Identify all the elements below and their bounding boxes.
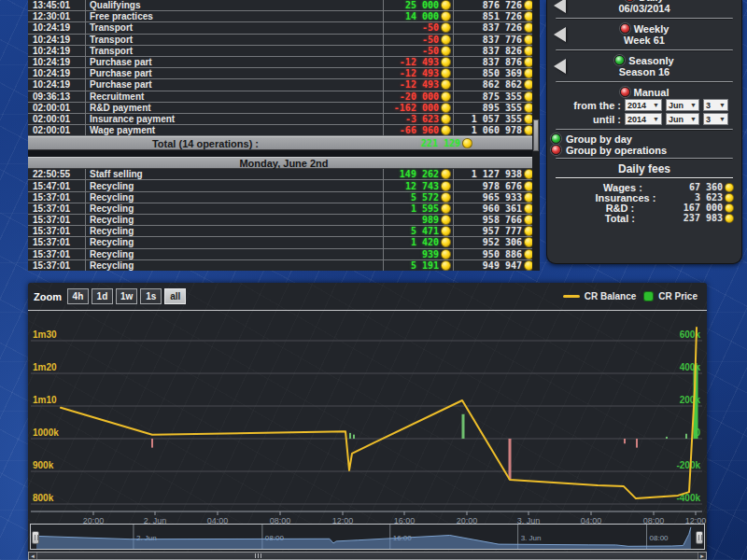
transaction-amount: 5 191 [383,260,453,271]
balance-value: 957 777 [483,226,522,236]
transactions-scrollbar-thumb[interactable] [533,119,539,151]
transaction-time: 13:45:01 [28,0,86,10]
seasonly-radio-row[interactable]: Seasonly [547,54,741,66]
x-axis-label: 12:00 [332,516,354,524]
group-by-operations-radio[interactable] [551,145,561,155]
transaction-label: Free practices [86,11,383,21]
navigator-left-handle[interactable] [32,531,39,544]
navigator-axis-label: 08:00 [650,534,669,542]
scrollbar-thumb[interactable] [37,553,698,559]
transaction-amount: 14 000 [383,11,453,21]
date-select[interactable]: 2014▼ [625,99,662,111]
coin-icon [441,22,451,33]
legend-item-cr-price[interactable]: CR Price [643,291,698,301]
divider [556,81,733,83]
transaction-label: Recycling [86,260,383,271]
scrollbar-right-arrow-icon[interactable]: ► [698,553,706,559]
left-axis-label: 1m10 [33,395,57,405]
navigator-axis-label: 3. Jun [521,534,542,542]
balance-value: 837 876 [483,57,522,67]
scrollbar-track[interactable] [37,553,698,559]
legend-label: CR Balance [585,291,637,301]
table-row: 15:37:01Recycling1 420952 306 [28,237,540,248]
navigator-right-handle[interactable] [696,531,703,544]
date-select[interactable]: Jun▼ [666,99,699,111]
daily-fees-section: Daily fees Wages :67 360Insurances :3 62… [547,162,741,223]
fee-value: 167 000 [684,203,723,213]
transaction-balance: 960 361 [453,203,540,214]
x-axis-label: 16:00 [394,516,416,524]
coin-icon [441,91,451,102]
group-by-operations-label: Group by operations [566,145,667,156]
date-select[interactable]: 3▼ [703,99,728,111]
coin-icon [441,114,451,124]
transaction-time: 15:37:01 [28,226,86,236]
zoom-button-4h[interactable]: 4h [67,288,89,304]
coin-icon [462,138,472,148]
weekly-prev-arrow[interactable] [554,27,566,42]
transaction-time: 10:24:19 [28,22,86,33]
divider [556,129,733,131]
table-row: 22:50:55Staff selling149 2621 127 938 [28,169,540,180]
coin-icon [441,0,451,10]
chart-scrollbar[interactable]: ◄ ► [28,552,707,560]
table-row: 13:45:01Qualifyings25 000876 726 [28,0,540,11]
seasonly-prev-arrow[interactable] [554,59,566,74]
coin-icon [441,192,451,203]
zoom-button-1w[interactable]: 1w [116,288,137,304]
daily-prev-arrow[interactable] [554,0,566,13]
zoom-button-1s[interactable]: 1s [140,288,162,304]
transaction-amount: -20 000 [383,91,453,102]
chevron-down-icon: ▼ [653,102,659,108]
zoom-button-all[interactable]: all [164,288,186,304]
daily-radio[interactable] [625,0,635,2]
transactions-scrollbar[interactable] [532,0,540,271]
group-by-day-radio[interactable] [551,133,561,144]
balance-value: 950 886 [483,249,522,259]
balance-value: 850 369 [483,68,522,78]
table-row: 15:37:01Recycling5 471957 777 [28,226,540,237]
left-axis-label: 800k [33,493,54,503]
transaction-balance: 958 766 [453,215,540,225]
left-axis-label: 1m30 [33,329,57,340]
group-by-operations-row[interactable]: Group by operations [547,145,741,155]
amount-value: 5 191 [411,260,439,271]
date-select[interactable]: 3▼ [703,113,728,125]
weekly-label: Weekly [634,23,669,35]
scrollbar-grip-icon [255,553,261,558]
cr-price-bar [509,439,512,480]
cr-price-bar [353,435,355,439]
chart-legend: CR BalanceCR Price [563,291,698,301]
coin-icon [441,249,451,259]
weekly-radio-row[interactable]: Weekly [547,22,741,35]
divider [556,177,733,179]
date-select[interactable]: Jun▼ [666,113,699,125]
zoom-button-1d[interactable]: 1d [92,288,113,304]
coin-icon [441,215,451,225]
manual-radio[interactable] [620,87,630,97]
group-by-day-row[interactable]: Group by day [547,133,741,144]
x-axis-label: 3. Jun [517,516,541,524]
seasonly-radio[interactable] [614,55,625,65]
transaction-amount: 12 743 [383,180,453,190]
transaction-label: Recycling [86,192,383,203]
scrollbar-left-arrow-icon[interactable]: ◄ [29,553,37,559]
legend-item-cr-balance[interactable]: CR Balance [563,291,637,301]
manual-label: Manual [634,87,669,98]
x-axis-label: 08:00 [643,516,665,524]
balance-value: 1 060 978 [472,125,522,135]
date-select[interactable]: 2014▼ [625,113,662,125]
manual-radio-row[interactable]: Manual [547,86,741,98]
table-row: 02:00:01R&D payment-162 000895 355 [28,103,540,114]
transaction-balance: 1 127 938 [453,169,540,179]
x-axis-label: 04:00 [207,516,229,524]
chart-navigator[interactable]: 2. Jun08:0016:003. Jun08:00 [30,524,705,550]
amount-value: -50 [422,22,439,33]
transaction-time: 02:00:01 [28,125,86,135]
transaction-label: Purchase part [86,57,383,67]
weekly-radio[interactable] [620,23,630,34]
transaction-balance: 837 776 [453,35,540,45]
transaction-time: 02:00:01 [28,103,86,113]
transaction-balance: 875 355 [453,91,540,102]
cr-price-bar [462,414,465,439]
